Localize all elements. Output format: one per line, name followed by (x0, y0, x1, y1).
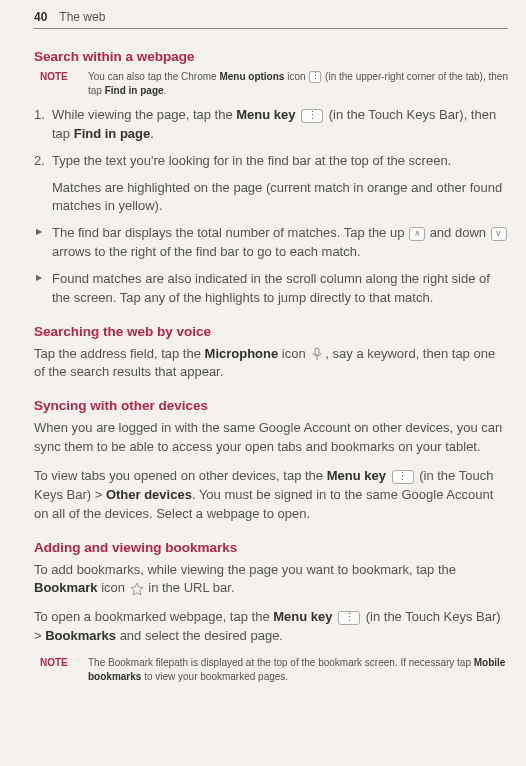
svg-rect-0 (315, 348, 319, 355)
note-search-within: NOTE You can also tap the Chrome Menu op… (34, 70, 508, 98)
step-item: Type the text you're looking for in the … (34, 152, 508, 171)
heading-search-within: Search within a webpage (34, 49, 508, 64)
step-sub-paragraph: Matches are highlighted on the page (cur… (52, 179, 508, 217)
note-label: NOTE (40, 70, 88, 82)
bullet-list: The find bar displays the total number o… (34, 224, 508, 307)
page-header: 40 The web (34, 10, 508, 29)
bookmark-star-icon (130, 582, 144, 596)
syncing-p2: To view tabs you opened on other devices… (34, 467, 508, 524)
step-item: While viewing the page, tap the Menu key… (34, 106, 508, 144)
note-label: NOTE (40, 656, 88, 668)
bookmarks-p2: To open a bookmarked webpage, tap the Me… (34, 608, 508, 646)
down-arrow-icon (491, 227, 507, 241)
menu-key-icon (392, 470, 414, 484)
note-text: You can also tap the Chrome Menu options… (88, 70, 508, 98)
menu-options-icon (309, 71, 321, 83)
heading-voice: Searching the web by voice (34, 324, 508, 339)
microphone-icon (310, 347, 324, 361)
heading-syncing: Syncing with other devices (34, 398, 508, 413)
heading-bookmarks: Adding and viewing bookmarks (34, 540, 508, 555)
bullet-item: The find bar displays the total number o… (34, 224, 508, 262)
note-bookmarks: NOTE The Bookmark filepath is displayed … (34, 656, 508, 684)
bullet-item: Found matches are also indicated in the … (34, 270, 508, 308)
menu-key-icon (301, 109, 323, 123)
syncing-p1: When you are logged in with the same Goo… (34, 419, 508, 457)
up-arrow-icon (409, 227, 425, 241)
steps-list: While viewing the page, tap the Menu key… (34, 106, 508, 171)
voice-paragraph: Tap the address field, tap the Microphon… (34, 345, 508, 383)
page-number: 40 (34, 10, 47, 24)
bookmarks-p1: To add bookmarks, while viewing the page… (34, 561, 508, 599)
menu-key-icon (338, 611, 360, 625)
note-text: The Bookmark filepath is displayed at th… (88, 656, 508, 684)
header-title: The web (59, 10, 105, 24)
